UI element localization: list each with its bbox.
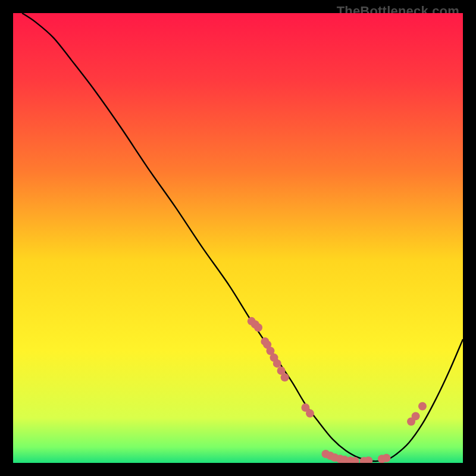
- data-point: [382, 454, 390, 462]
- data-point: [306, 409, 314, 418]
- chart-canvas: [13, 13, 463, 463]
- data-point: [418, 402, 427, 411]
- data-point: [273, 359, 281, 368]
- data-point: [281, 373, 289, 381]
- data-point: [254, 323, 262, 331]
- data-point: [412, 412, 420, 420]
- chart-background: [13, 13, 463, 463]
